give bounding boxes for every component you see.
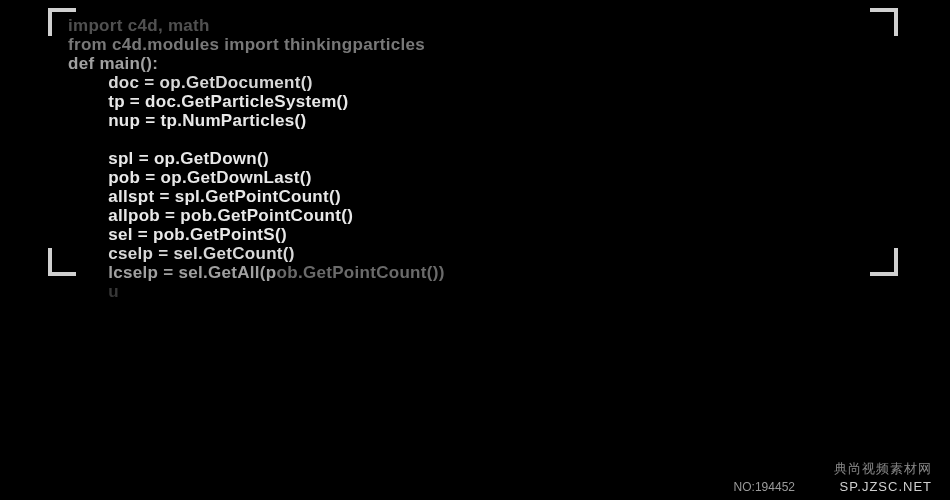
watermark-id: NO:194452 (734, 480, 795, 494)
code-line: cselp = sel.GetCount() (68, 244, 878, 263)
watermark-text-cn: 典尚视频素材网 (834, 460, 932, 478)
code-line (68, 130, 878, 149)
code-line: import c4d, math (68, 16, 878, 35)
code-line: allpob = pob.GetPointCount() (68, 206, 878, 225)
code-line: nup = tp.NumParticles() (68, 111, 878, 130)
code-block: import c4d, mathfrom c4d.modules import … (48, 8, 898, 301)
code-line: from c4d.modules import thinkingparticle… (68, 35, 878, 54)
frame-corner-br (870, 248, 898, 276)
code-line: def main(): (68, 54, 878, 73)
code-line: allspt = spl.GetPointCount() (68, 187, 878, 206)
code-line: u (68, 282, 878, 301)
code-line: tp = doc.GetParticleSystem() (68, 92, 878, 111)
frame-corner-tl (48, 8, 76, 36)
code-frame: import c4d, mathfrom c4d.modules import … (48, 8, 898, 276)
code-line: pob = op.GetDownLast() (68, 168, 878, 187)
code-line: sel = pob.GetPointS() (68, 225, 878, 244)
frame-corner-bl (48, 248, 76, 276)
code-line: spl = op.GetDown() (68, 149, 878, 168)
watermark-url: SP.JZSC.NET (840, 479, 932, 494)
code-line: lcselp = sel.GetAll(pob.GetPointCount()) (68, 263, 878, 282)
code-line: doc = op.GetDocument() (68, 73, 878, 92)
frame-corner-tr (870, 8, 898, 36)
